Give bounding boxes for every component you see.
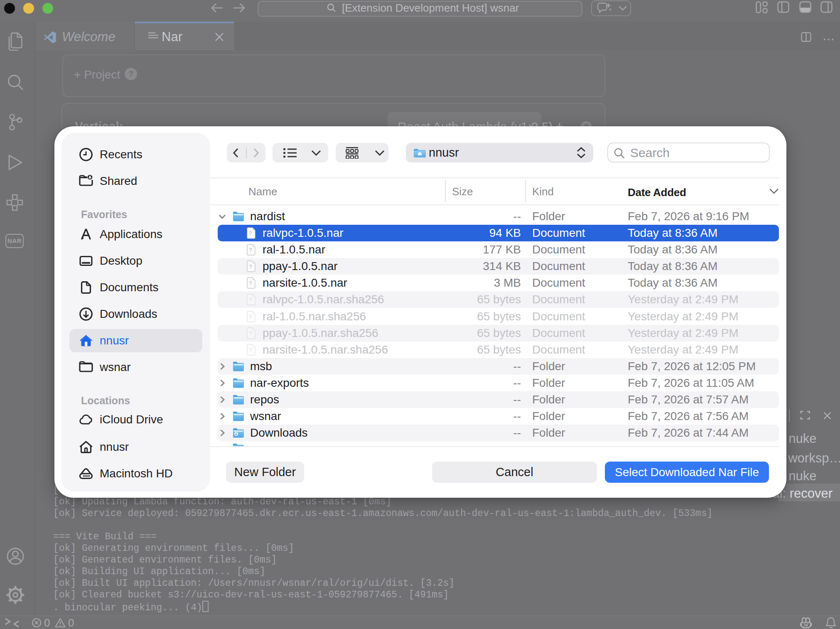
svg-text:?: ? [249,247,252,253]
svg-text:?: ? [249,297,252,303]
svg-text:?: ? [249,314,252,320]
svg-text:?: ? [249,230,252,236]
svg-text:?: ? [249,347,252,353]
svg-text:?: ? [249,280,252,286]
svg-text:?: ? [249,263,252,270]
svg-text:?: ? [249,330,252,337]
